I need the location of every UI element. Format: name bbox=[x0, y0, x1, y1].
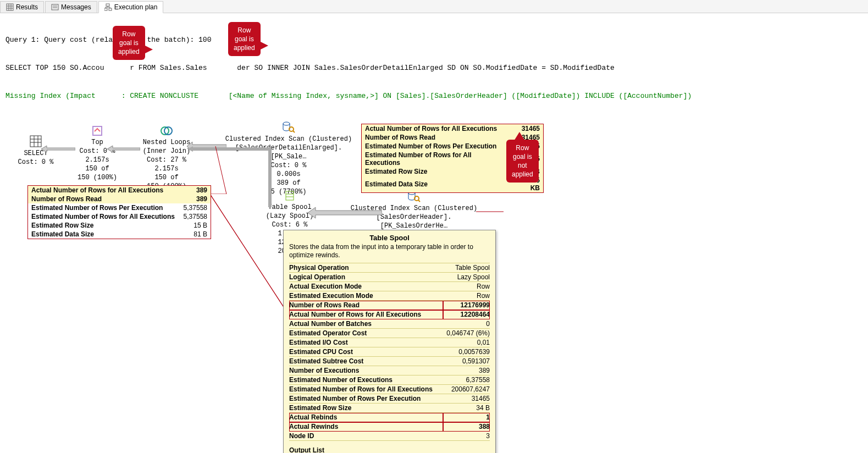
nested-loops-icon bbox=[161, 125, 173, 137]
node-select[interactable]: SELECT Cost: 0 % bbox=[16, 135, 55, 167]
tooltip-row: Estimated Operator Cost0,046747 (6%) bbox=[289, 329, 490, 338]
tooltip-row: Physical OperationTable Spool bbox=[289, 263, 490, 273]
tooltip-row: Estimated Row Size34 B bbox=[289, 404, 490, 413]
svg-point-28 bbox=[283, 122, 290, 125]
hdr-l3a: Missing Index (Impact bbox=[5, 92, 100, 100]
stats-row: Estimated Number of Rows for All Executi… bbox=[28, 212, 211, 221]
tooltip-table-spool: Table Spool Stores the data from the inp… bbox=[283, 230, 496, 453]
hdr-l3b: : CREATE NONCLUSTE bbox=[121, 92, 198, 100]
scan2-sub: [SalesOrderHeader].[PK_SalesOrderHe… bbox=[345, 213, 483, 230]
node-index-scan-1[interactable]: Clustered Index Scan (Clustered) [SalesO… bbox=[223, 120, 355, 196]
callout-rowgoal-1: Row goal is applied bbox=[113, 26, 145, 60]
node-top[interactable]: Top Cost: 0 % 2.157s 150 of 150 (100%) bbox=[73, 125, 122, 182]
select-icon bbox=[29, 135, 42, 148]
select-title: SELECT bbox=[16, 149, 55, 158]
svg-rect-31 bbox=[286, 191, 294, 200]
svg-rect-20 bbox=[30, 136, 41, 147]
hdr-l1: Query 1: Query cost (relative to the bat… bbox=[5, 36, 211, 44]
scan1-cost: Cost: 0 % bbox=[223, 161, 355, 170]
callout-rowgoal-3: Row goal is not applied bbox=[506, 140, 539, 183]
svg-rect-10 bbox=[109, 8, 112, 10]
top-dur: 2.157s bbox=[73, 156, 122, 164]
tooltip-row: Estimated CPU Cost0,0057639 bbox=[289, 347, 490, 357]
top-title: Top bbox=[73, 138, 122, 147]
index-scan-icon bbox=[282, 120, 295, 134]
stats-box-scan1: Actual Number of Rows for All Executions… bbox=[27, 185, 211, 239]
tab-plan-label: Execution plan bbox=[114, 3, 158, 11]
hdr-l3c: [<Name of Missing Index, sysname,>] ON [… bbox=[229, 92, 692, 100]
scan2-title: Clustered Index Scan (Clustered) bbox=[345, 204, 483, 213]
stats-row: Estimated Row Size15 B bbox=[28, 221, 211, 230]
svg-rect-25 bbox=[93, 126, 102, 135]
svg-rect-9 bbox=[104, 8, 107, 10]
scan1-rows: 389 of bbox=[223, 179, 355, 187]
select-cost: Cost: 0 % bbox=[16, 158, 55, 167]
tooltip-row: Estimated I/O Cost0,01 bbox=[289, 338, 490, 347]
nl-title: Nested Loops bbox=[136, 138, 197, 147]
tab-results[interactable]: Results bbox=[0, 1, 44, 13]
tooltip-row: Estimated Number of Rows Per Execution31… bbox=[289, 394, 490, 404]
tooltip-row: Actual Rewinds388 bbox=[289, 422, 490, 432]
hdr-l2a: SELECT TOP 150 SO.Accou bbox=[5, 64, 104, 72]
tooltip-row: Estimated Number of Rows for All Executi… bbox=[289, 385, 490, 394]
hdr-l2c: der SO INNER JOIN Sales.SalesOrderDetail… bbox=[237, 64, 615, 72]
grid-icon bbox=[6, 3, 14, 11]
nl-rows: 150 of bbox=[136, 173, 197, 182]
tooltip-row: Estimated Subtree Cost0,591307 bbox=[289, 357, 490, 366]
nl-cost: Cost: 27 % bbox=[136, 156, 197, 164]
stats-row: Estimated Data Size81 B bbox=[28, 230, 211, 239]
stats-row: Estimated Number of Rows Per Execution5,… bbox=[28, 203, 211, 212]
top-rows: 150 of bbox=[73, 164, 122, 173]
scan1-title: Clustered Index Scan (Clustered) bbox=[223, 135, 355, 143]
svg-rect-8 bbox=[106, 4, 109, 6]
scan1-dur: 0.000s bbox=[223, 170, 355, 179]
tooltip-row: Actual Rebinds1 bbox=[289, 413, 490, 422]
scan1-sub: [SalesOrderDetailEnlarged].[PK_Sale… bbox=[223, 143, 355, 161]
svg-rect-0 bbox=[7, 4, 13, 10]
tooltip-title: Table Spool bbox=[289, 234, 490, 242]
spool-cost: Cost: 6 % bbox=[259, 220, 320, 229]
svg-rect-5 bbox=[52, 4, 58, 10]
tab-results-label: Results bbox=[16, 3, 38, 11]
tooltip-row: Estimated Number of Executions6,37558 bbox=[289, 375, 490, 385]
tooltip-row: Actual Number of Rows for All Executions… bbox=[289, 310, 490, 319]
plan-canvas[interactable]: SELECT Cost: 0 % Top Cost: 0 % 2.157s 15… bbox=[0, 112, 868, 453]
messages-icon bbox=[51, 3, 59, 11]
tooltip-row: Actual Number of Batches0 bbox=[289, 319, 490, 329]
top-cost: Cost: 0 % bbox=[73, 147, 122, 156]
callout-rowgoal-2: Row goal is applied bbox=[228, 22, 261, 56]
hdr-l2b: r FROM Sales.Sales bbox=[130, 64, 207, 72]
svg-line-36 bbox=[418, 200, 420, 202]
table-spool-icon bbox=[284, 190, 296, 202]
svg-line-30 bbox=[293, 131, 295, 132]
tooltip-row: Number of Executions389 bbox=[289, 366, 490, 375]
tab-messages[interactable]: Messages bbox=[45, 1, 97, 13]
spool-sub: (Lazy Spool) bbox=[259, 212, 320, 220]
tooltip-row: Number of Rows Read12176999 bbox=[289, 301, 490, 310]
top-pct: 150 (100%) bbox=[73, 173, 122, 182]
tooltip-row: Estimated Execution ModeRow bbox=[289, 291, 490, 301]
stats-row: Actual Number of Rows for All Executions… bbox=[28, 186, 211, 195]
spool-title: Table Spool bbox=[259, 203, 320, 212]
tooltip-output-heading: Output List bbox=[289, 446, 490, 453]
tab-messages-label: Messages bbox=[61, 3, 91, 11]
top-operator-icon bbox=[91, 125, 103, 137]
nl-sub: (Inner Join) bbox=[136, 147, 197, 156]
nl-dur: 2.157s bbox=[136, 164, 197, 173]
execution-plan-icon bbox=[104, 3, 112, 11]
tab-execution-plan[interactable]: Execution plan bbox=[98, 1, 164, 13]
results-tabs: Results Messages Execution plan bbox=[0, 0, 868, 13]
stats-row: Number of Rows Read389 bbox=[28, 195, 211, 203]
tooltip-row: Logical OperationLazy Spool bbox=[289, 273, 490, 282]
node-nested-loops[interactable]: Nested Loops (Inner Join) Cost: 27 % 2.1… bbox=[136, 125, 197, 191]
tooltip-row: Actual Execution ModeRow bbox=[289, 282, 490, 291]
tooltip-row: Node ID3 bbox=[289, 432, 490, 441]
tooltip-desc: Stores the data from the input into a te… bbox=[289, 243, 490, 259]
